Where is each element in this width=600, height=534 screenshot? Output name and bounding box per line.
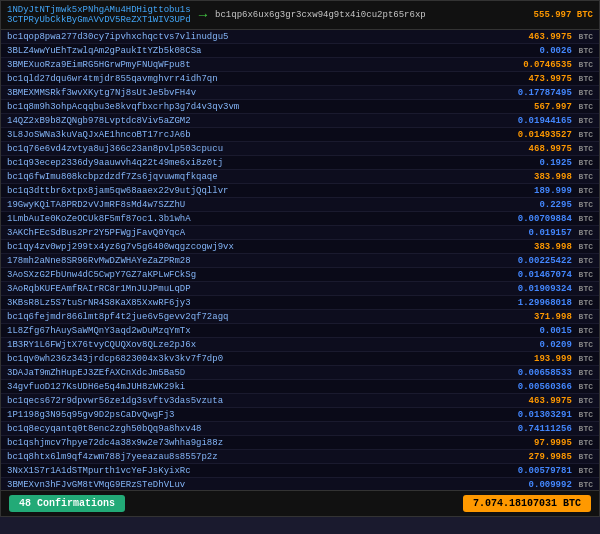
btc-label: BTC xyxy=(574,326,593,335)
table-row: 3BMEXvn3hFJvGM8tVMqG9ERzSTeDhVLuv0.00999… xyxy=(1,478,599,490)
tx-address[interactable]: bc1q8ecyqantq0t8enc2zgh50bQq9a8hxv48 xyxy=(7,424,513,434)
tx-address[interactable]: bc1q3dttbr6xtpx8jam5qw68aaex22v9utjQqllv… xyxy=(7,186,513,196)
btc-label: BTC xyxy=(574,214,593,223)
tx-amount: 0.0746535 BTC xyxy=(513,60,593,70)
tx-address[interactable]: 3AoSXzG2FbUnw4dC5CwpY7GZ7aKPLwFCkSg xyxy=(7,270,513,280)
tx-address[interactable]: 1L8Zfg67hAuySaWMQnY3aqd2wDuMzqYmTx xyxy=(7,326,513,336)
tx-amount: 0.00658533 BTC xyxy=(513,368,593,378)
tx-amount: 0.01493527 BTC xyxy=(513,130,593,140)
table-row: 19GwyKQiTA8PRD2vVJmRF8sMd4w7SZZhU0.2295 … xyxy=(1,198,599,212)
tx-address[interactable]: 1P1198g3N95q95gv9D2psCaDvQwgFj3 xyxy=(7,410,513,420)
table-row: 3AoRqbKUFEAmfRAIrRC8r1MnJUJPmuLqDP0.0190… xyxy=(1,282,599,296)
tx-address[interactable]: bc1q93ecep2336dy9aauwvh4q22t49me6xi8z0tj xyxy=(7,158,513,168)
tx-address[interactable]: 3AoRqbKUFEAmfRAIrRC8r1MnJUJPmuLqDP xyxy=(7,284,513,294)
tx-address[interactable]: 3KBsR8Lz5S7tuSrNR4S8KaX85XxwRF6jy3 xyxy=(7,298,513,308)
btc-label: BTC xyxy=(574,256,593,265)
btc-label: BTC xyxy=(574,284,593,293)
tx-address[interactable]: 3BLZ4wwYuEhTzwlqAm2gPaukItYZb5k08CSa xyxy=(7,46,513,56)
tx-address[interactable]: 1LmbAuIe0KoZeOCUk8F5mf87oc1.3b1whA xyxy=(7,214,513,224)
tx-address[interactable]: bc1qop8pwa277d30cy7ipvhxchqctvs7vlinudgu… xyxy=(7,32,513,42)
tx-address[interactable]: 19GwyKQiTA8PRD2vVJmRF8sMd4w7SZZhU xyxy=(7,200,513,210)
btc-label: BTC xyxy=(574,354,593,363)
table-row: 1LmbAuIe0KoZeOCUk8F5mf87oc1.3b1whA0.0070… xyxy=(1,212,599,226)
tx-address[interactable]: 1B3RY1L6FWjtX76tvyCQUQXov8QLze2pJ6x xyxy=(7,340,513,350)
table-row: 1L8Zfg67hAuySaWMQnY3aqd2wDuMzqYmTx0.0015… xyxy=(1,324,599,338)
tx-address[interactable]: 3BMEXuoRza9EimRG5HGrwPmyFNUqWFpu8t xyxy=(7,60,513,70)
tx-address[interactable]: 3BMEXvn3hFJvGM8tVMqG9ERzSTeDhVLuv xyxy=(7,480,513,490)
tx-address[interactable]: bc1qshjmcv7hpye72dc4a38x9w2e73whha9gi88z xyxy=(7,438,513,448)
tx-amount: 0.00709884 BTC xyxy=(513,214,593,224)
table-row: bc1q8htx6lm9qf4zwm788j7yeeazau8s8557p2z2… xyxy=(1,450,599,464)
table-row: bc1qshjmcv7hpye72dc4a38x9w2e73whha9gi88z… xyxy=(1,436,599,450)
btc-label: BTC xyxy=(574,424,593,433)
btc-label: BTC xyxy=(574,368,593,377)
tx-address[interactable]: bc1qld27dqu6wr4tmjdr855qavmghvrr4idh7qn xyxy=(7,74,513,84)
table-row: bc1q6fwImu808kcbpzdzdf7Zs6jqvuwmqfkqaqe3… xyxy=(1,170,599,184)
table-row: bc1qld27dqu6wr4tmjdr855qavmghvrr4idh7qn4… xyxy=(1,72,599,86)
table-row: 14QZ2xB9b8ZQNgb978Lvptdc8Viv5aZGM20.0194… xyxy=(1,114,599,128)
tx-amount: 1.29968018 BTC xyxy=(513,298,593,308)
tx-address[interactable]: bc1qecs672r9dpvwr56ze1dg3svftv3das5vzuta xyxy=(7,396,513,406)
tx-amount: 383.998 BTC xyxy=(513,242,593,252)
tx-amount: 0.0209 BTC xyxy=(513,340,593,350)
transactions-list: bc1qop8pwa277d30cy7ipvhxchqctvs7vlinudgu… xyxy=(1,30,599,490)
tx-amount: 473.9975 BTC xyxy=(513,74,593,84)
btc-label: BTC xyxy=(574,466,593,475)
table-row: 3BLZ4wwYuEhTzwlqAm2gPaukItYZb5k08CSa0.00… xyxy=(1,44,599,58)
table-row: bc1q76e6vd4zvtya8uj366c23an8pvlp503cpucu… xyxy=(1,142,599,156)
tx-address[interactable]: 3DAJaT9mZhHupEJ3ZEfAXCnXdcJm5Ba5D xyxy=(7,368,513,378)
tx-address[interactable]: bc1q6fwImu808kcbpzdzdf7Zs6jqvuwmqfkqaqe xyxy=(7,172,513,182)
footer-bar: 48 Confirmations 7.074.18107031 BTC xyxy=(1,490,599,516)
btc-label: BTC xyxy=(574,480,593,489)
table-row: 178mh2aNne8SR96RvMwDZWHAYeZaZPRm280.0022… xyxy=(1,254,599,268)
btc-label: BTC xyxy=(574,312,593,321)
table-row: bc1q3dttbr6xtpx8jam5qw68aaex22v9utjQqllv… xyxy=(1,184,599,198)
tx-address[interactable]: bc1q76e6vd4zvtya8uj366c23an8pvlp503cpucu xyxy=(7,144,513,154)
tx-address[interactable]: 178mh2aNne8SR96RvMwDZWHAYeZaZPRm28 xyxy=(7,256,513,266)
tx-address[interactable]: bc1q8m9h3ohpAcqqbu3e8kvqfbxcrhp3g7d4v3qv… xyxy=(7,102,513,112)
table-row: 1B3RY1L6FWjtX76tvyCQUQXov8QLze2pJ6x0.020… xyxy=(1,338,599,352)
btc-label: BTC xyxy=(574,46,593,55)
btc-label: BTC xyxy=(574,172,593,181)
table-row: bc1qop8pwa277d30cy7ipvhxchqctvs7vlinudgu… xyxy=(1,30,599,44)
tx-amount: 0.2295 BTC xyxy=(513,200,593,210)
table-row: bc1q8m9h3ohpAcqqbu3e8kvqfbxcrhp3g7d4v3qv… xyxy=(1,100,599,114)
table-row: 3BMEXuoRza9EimRG5HGrwPmyFNUqWFpu8t0.0746… xyxy=(1,58,599,72)
dest-address: bc1qp6x6ux6g3gr3cxw94g9tx4i0cu2pt65r6xp xyxy=(215,10,505,20)
btc-label: BTC xyxy=(574,102,593,111)
tx-address[interactable]: bc1qv0wh236z343jrdcp6823004x3kv3kv7f7dp0 xyxy=(7,354,513,364)
table-row: 3KBsR8Lz5S7tuSrNR4S8KaX85XxwRF6jy31.2996… xyxy=(1,296,599,310)
header-row: 1NDyJtNTjmwk5xPNhgAMu4HDHigttobu1s 3CTPR… xyxy=(1,1,599,30)
table-row: 34gvfuoD127KsUDH6e5q4mJUH8zWK29ki0.00560… xyxy=(1,380,599,394)
tx-address[interactable]: 14QZ2xB9b8ZQNgb978Lvptdc8Viv5aZGM2 xyxy=(7,116,513,126)
table-row: 3BMEXMMSRkf3wvXKytg7Nj8sUtJe5bvFH4v0.177… xyxy=(1,86,599,100)
source-address-1: 1NDyJtNTjmwk5xPNhgAMu4HDHigttobu1s xyxy=(7,5,191,15)
tx-address[interactable]: 3BMEXMMSRkf3wvXKytg7Nj8sUtJe5bvFH4v xyxy=(7,88,513,98)
table-row: bc1qy4zv0wpj299tx4yz6g7v5g6400wqgzcogwj9… xyxy=(1,240,599,254)
btc-label: BTC xyxy=(574,438,593,447)
tx-amount: 0.01944165 BTC xyxy=(513,116,593,126)
btc-label: BTC xyxy=(574,396,593,405)
tx-address[interactable]: 3NxX1S7r1A1dSTMpurth1vcYeFJsKyixRc xyxy=(7,466,513,476)
tx-address[interactable]: bc1qy4zv0wpj299tx4yz6g7v5g6400wqgzcogwj9… xyxy=(7,242,513,252)
btc-label: BTC xyxy=(574,88,593,97)
tx-amount: 567.997 BTC xyxy=(513,102,593,112)
table-row: 3DAJaT9mZhHupEJ3ZEfAXCnXdcJm5Ba5D0.00658… xyxy=(1,366,599,380)
tx-amount: 463.9975 BTC xyxy=(513,32,593,42)
tx-address[interactable]: 3L8JoSWNa3kuVaQJxAE1hncoBT17rcJA6b xyxy=(7,130,513,140)
btc-label: BTC xyxy=(574,200,593,209)
tx-amount: 0.74111256 BTC xyxy=(513,424,593,434)
tx-amount: 0.009992 BTC xyxy=(513,480,593,490)
tx-amount: 0.0026 BTC xyxy=(513,46,593,56)
tx-address[interactable]: 3AKChFEcSdBus2Pr2Y5PFWgjFavQ0YqcA xyxy=(7,228,513,238)
tx-address[interactable]: bc1q8htx6lm9qf4zwm788j7yeeazau8s8557p2z xyxy=(7,452,513,462)
tx-address[interactable]: 34gvfuoD127KsUDH6e5q4mJUH8zWK29ki xyxy=(7,382,513,392)
tx-amount: 189.999 BTC xyxy=(513,186,593,196)
tx-address[interactable]: bc1q6fejmdr866lmt8pf4t2jue6v5gevv2qf72ag… xyxy=(7,312,513,322)
btc-label: BTC xyxy=(574,74,593,83)
tx-amount: 0.17787495 BTC xyxy=(513,88,593,98)
btc-label: BTC xyxy=(574,130,593,139)
tx-amount: 0.00225422 BTC xyxy=(513,256,593,266)
tx-amount: 0.00579781 BTC xyxy=(513,466,593,476)
tx-amount: 0.0015 BTC xyxy=(513,326,593,336)
